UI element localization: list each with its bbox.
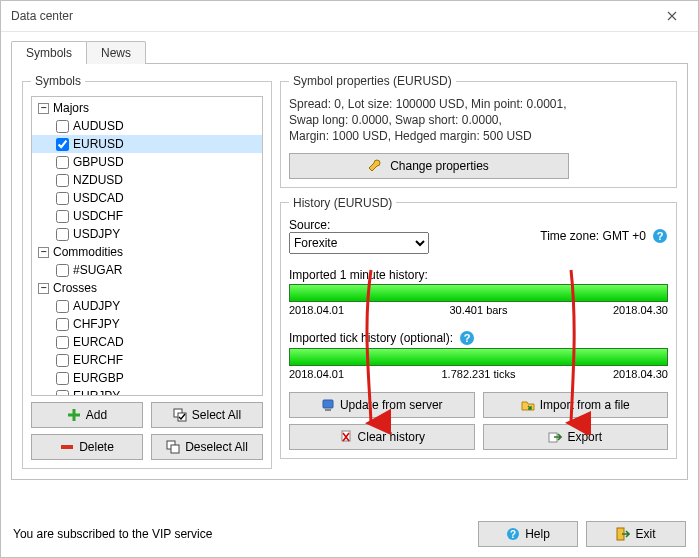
tree-item-label: #SUGAR — [73, 261, 128, 279]
tree-item-label: GBPUSD — [73, 153, 130, 171]
tree-item[interactable]: NZDUSD — [32, 171, 262, 189]
props-legend: Symbol properties (EURUSD) — [289, 74, 456, 88]
collapse-icon[interactable]: − — [38, 283, 49, 294]
svg-rect-9 — [323, 400, 333, 408]
tree-item[interactable]: USDCHF — [32, 207, 262, 225]
help-icon: ? — [652, 228, 668, 244]
help-button[interactable]: ? Help — [478, 521, 578, 547]
tree-group-label: Majors — [53, 99, 95, 117]
props-line-3: Margin: 1000 USD, Hedged margin: 500 USD — [289, 128, 668, 144]
tab-symbols[interactable]: Symbols — [11, 41, 87, 64]
source-select[interactable]: Forexite — [289, 232, 429, 254]
history-legend: History (EURUSD) — [289, 196, 396, 210]
tree-item[interactable]: EURCAD — [32, 333, 262, 351]
tree-item[interactable]: USDJPY — [32, 225, 262, 243]
minute-history-bar — [289, 284, 668, 302]
window-title: Data center — [11, 9, 652, 23]
props-text: Spread: 0, Lot size: 100000 USD, Min poi… — [289, 96, 668, 145]
tree-item-checkbox[interactable] — [56, 138, 69, 151]
delete-label: Delete — [79, 440, 114, 454]
tick-count: 1.782.231 ticks — [442, 368, 516, 380]
timezone-label: Time zone: GMT +0 — [540, 229, 646, 243]
minute-bars: 30.401 bars — [449, 304, 507, 316]
symbols-legend: Symbols — [31, 74, 85, 88]
vip-status-text: You are subscribed to the VIP service — [13, 527, 212, 541]
tree-item-label: AUDUSD — [73, 117, 130, 135]
tree-item-label: EURUSD — [73, 135, 130, 153]
tree-group[interactable]: −Majors — [32, 99, 262, 117]
tick-history-bar — [289, 348, 668, 366]
tree-item-label: USDJPY — [73, 225, 126, 243]
tree-item-checkbox[interactable] — [56, 210, 69, 223]
tree-group-label: Crosses — [53, 279, 103, 297]
timezone-help-icon[interactable]: ? — [652, 228, 668, 244]
add-button-label: Add — [86, 408, 107, 422]
tab-news[interactable]: News — [86, 41, 146, 64]
tab-body: Symbols −MajorsAUDUSDEURUSDGBPUSDNZDUSDU… — [11, 63, 688, 480]
tree-item[interactable]: EURUSD — [32, 135, 262, 153]
tree-item-checkbox[interactable] — [56, 354, 69, 367]
plus-icon — [67, 408, 81, 422]
minute-from: 2018.04.01 — [289, 304, 344, 316]
tree-item-checkbox[interactable] — [56, 228, 69, 241]
import-from-file-button[interactable]: Import from a file — [483, 392, 669, 418]
add-button[interactable]: Add — [31, 402, 143, 428]
collapse-icon[interactable]: − — [38, 247, 49, 258]
tree-item[interactable]: GBPUSD — [32, 153, 262, 171]
export-label: Export — [567, 430, 602, 444]
tree-item[interactable]: CHFJPY — [32, 315, 262, 333]
tree-item-checkbox[interactable] — [56, 336, 69, 349]
tick-history-info: 2018.04.01 1.782.231 ticks 2018.04.30 — [289, 368, 668, 380]
tree-item-checkbox[interactable] — [56, 192, 69, 205]
collapse-icon[interactable]: − — [38, 103, 49, 114]
source-label: Source: — [289, 218, 429, 232]
tree-group[interactable]: −Commodities — [32, 243, 262, 261]
tick-from: 2018.04.01 — [289, 368, 344, 380]
export-button[interactable]: Export — [483, 424, 669, 450]
change-properties-label: Change properties — [390, 159, 489, 173]
minus-icon — [60, 440, 74, 454]
tree-item-checkbox[interactable] — [56, 174, 69, 187]
deselect-all-button[interactable]: Deselect All — [151, 434, 263, 460]
tree-item[interactable]: EURCHF — [32, 351, 262, 369]
delete-button[interactable]: Delete — [31, 434, 143, 460]
tick-to: 2018.04.30 — [613, 368, 668, 380]
tree-item-checkbox[interactable] — [56, 390, 69, 397]
tree-item-checkbox[interactable] — [56, 318, 69, 331]
tree-item-checkbox[interactable] — [56, 264, 69, 277]
tree-item[interactable]: EURJPY — [32, 387, 262, 396]
tree-item-checkbox[interactable] — [56, 372, 69, 385]
exit-button[interactable]: Exit — [586, 521, 686, 547]
help-icon: ? — [459, 330, 475, 346]
import-label: Import from a file — [540, 398, 630, 412]
minute-history-info: 2018.04.01 30.401 bars 2018.04.30 — [289, 304, 668, 316]
tree-item[interactable]: AUDUSD — [32, 117, 262, 135]
select-all-button[interactable]: Select All — [151, 402, 263, 428]
source-row: Source: Forexite Time zone: GMT +0 ? — [289, 218, 668, 254]
props-line-1: Spread: 0, Lot size: 100000 USD, Min poi… — [289, 96, 668, 112]
tree-item[interactable]: AUDJPY — [32, 297, 262, 315]
tree-group[interactable]: −Crosses — [32, 279, 262, 297]
deselect-all-icon — [166, 440, 180, 454]
tree-item[interactable]: #SUGAR — [32, 261, 262, 279]
change-properties-button[interactable]: Change properties — [289, 153, 569, 179]
symbols-group: Symbols −MajorsAUDUSDEURUSDGBPUSDNZDUSDU… — [22, 74, 272, 469]
tree-item-checkbox[interactable] — [56, 300, 69, 313]
symbol-tree[interactable]: −MajorsAUDUSDEURUSDGBPUSDNZDUSDUSDCADUSD… — [31, 96, 263, 396]
tree-item[interactable]: EURGBP — [32, 369, 262, 387]
close-icon — [667, 11, 677, 21]
minute-history-label: Imported 1 minute history: — [289, 268, 668, 282]
tree-item-label: AUDJPY — [73, 297, 126, 315]
tick-history-label: Imported tick history (optional): ? — [289, 330, 668, 346]
tick-help-icon[interactable]: ? — [459, 330, 475, 346]
window-close-button[interactable] — [652, 2, 692, 30]
client-area: Symbols News Symbols −MajorsAUDUSDEURUSD… — [1, 32, 698, 557]
clear-label: Clear history — [358, 430, 425, 444]
tree-item-label: USDCHF — [73, 207, 129, 225]
svg-text:?: ? — [657, 230, 664, 242]
update-from-server-button[interactable]: Update from server — [289, 392, 475, 418]
clear-history-button[interactable]: Clear history — [289, 424, 475, 450]
tree-item-checkbox[interactable] — [56, 120, 69, 133]
tree-item-checkbox[interactable] — [56, 156, 69, 169]
tree-item[interactable]: USDCAD — [32, 189, 262, 207]
